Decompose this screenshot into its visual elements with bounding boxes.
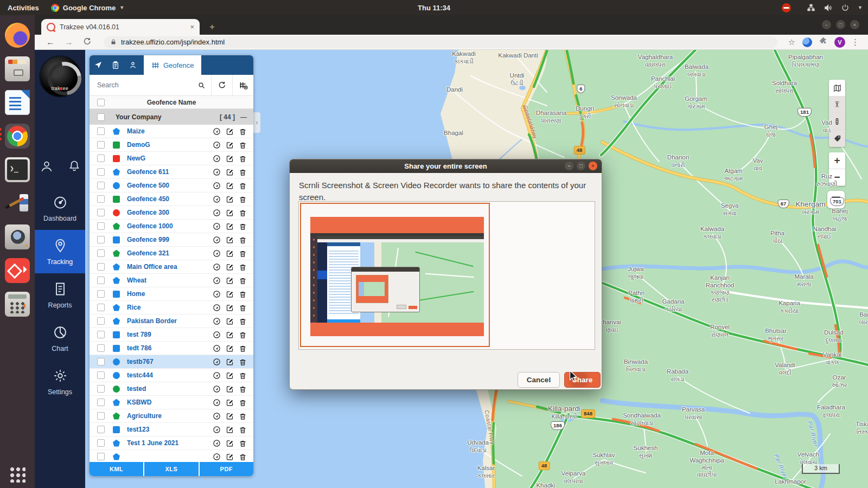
file-manager-icon[interactable] bbox=[5, 56, 30, 81]
refresh-button[interactable] bbox=[211, 75, 232, 95]
locate-icon[interactable] bbox=[213, 236, 221, 244]
geofence-row[interactable]: Rice bbox=[90, 301, 253, 314]
locate-icon[interactable] bbox=[213, 331, 221, 339]
edit-icon[interactable] bbox=[226, 371, 234, 380]
locate-icon[interactable] bbox=[213, 263, 221, 271]
edit-icon[interactable] bbox=[226, 290, 234, 298]
tab-poi[interactable] bbox=[124, 55, 142, 75]
edit-icon[interactable] bbox=[226, 277, 234, 285]
back-button[interactable]: ← bbox=[46, 37, 55, 47]
edit-icon[interactable] bbox=[226, 426, 234, 434]
extension-icon[interactable] bbox=[802, 37, 812, 47]
row-checkbox[interactable] bbox=[97, 426, 105, 433]
show-applications-icon[interactable] bbox=[9, 466, 25, 483]
kml-button[interactable]: KML bbox=[90, 462, 143, 476]
locate-icon[interactable] bbox=[213, 209, 221, 217]
geofence-row[interactable]: testc444 bbox=[90, 369, 253, 382]
dialog-minimize-button[interactable]: − bbox=[565, 162, 573, 170]
dialog-maximize-button[interactable]: □ bbox=[577, 162, 585, 170]
screen-thumbnail-cell[interactable] bbox=[300, 203, 490, 347]
paint-tool-icon[interactable] bbox=[5, 191, 30, 216]
delete-icon[interactable] bbox=[239, 290, 247, 298]
libreoffice-writer-icon[interactable] bbox=[5, 90, 30, 115]
zoom-in-button[interactable]: + bbox=[829, 152, 845, 169]
locate-icon[interactable] bbox=[213, 399, 221, 407]
row-checkbox[interactable] bbox=[97, 168, 105, 176]
edit-icon[interactable] bbox=[226, 399, 234, 407]
dialog-close-button[interactable]: × bbox=[589, 162, 597, 170]
row-checkbox[interactable] bbox=[97, 344, 105, 352]
cancel-button[interactable]: Cancel bbox=[518, 372, 560, 388]
delete-icon[interactable] bbox=[239, 182, 247, 190]
clock[interactable]: Thu 11:34 bbox=[418, 0, 450, 15]
delete-icon[interactable] bbox=[239, 344, 247, 352]
edit-icon[interactable] bbox=[226, 222, 234, 230]
dialog-title-bar[interactable]: Share your entire screen − □ × bbox=[290, 159, 602, 173]
delete-icon[interactable] bbox=[239, 263, 247, 271]
system-menu-chevron-icon[interactable]: ▼ bbox=[858, 5, 863, 10]
map-type-button[interactable] bbox=[829, 80, 845, 97]
tab-close-icon[interactable]: × bbox=[190, 23, 194, 31]
row-checkbox[interactable] bbox=[97, 399, 105, 406]
tab-geofence[interactable]: Geofence bbox=[144, 55, 201, 75]
geofence-row[interactable]: Main Office area bbox=[90, 260, 253, 274]
edit-icon[interactable] bbox=[226, 249, 234, 258]
locate-icon[interactable] bbox=[213, 385, 221, 393]
power-icon[interactable] bbox=[841, 3, 850, 12]
delete-icon[interactable] bbox=[239, 426, 247, 434]
delete-icon[interactable] bbox=[239, 127, 247, 136]
edit-icon[interactable] bbox=[226, 439, 234, 447]
edit-icon[interactable] bbox=[226, 453, 234, 461]
delete-icon[interactable] bbox=[239, 195, 247, 203]
locate-icon[interactable] bbox=[213, 155, 221, 163]
edit-icon[interactable] bbox=[226, 155, 234, 163]
edit-icon[interactable] bbox=[226, 127, 234, 136]
user-icon[interactable] bbox=[40, 159, 54, 174]
locate-icon[interactable] bbox=[213, 249, 221, 258]
row-checkbox[interactable] bbox=[97, 317, 105, 325]
geofence-row[interactable]: tedt 786 bbox=[90, 342, 253, 355]
geofence-row[interactable]: Agriculture bbox=[90, 409, 253, 423]
row-checkbox[interactable] bbox=[97, 331, 105, 338]
tab-jobs[interactable] bbox=[107, 55, 124, 75]
sidebar-item-settings[interactable]: Settings bbox=[35, 360, 85, 403]
locate-icon[interactable] bbox=[213, 412, 221, 420]
firefox-icon[interactable] bbox=[5, 23, 30, 48]
delete-icon[interactable] bbox=[239, 385, 247, 393]
edit-icon[interactable] bbox=[226, 304, 234, 312]
forward-button[interactable]: → bbox=[65, 37, 73, 47]
locate-icon[interactable] bbox=[213, 371, 221, 380]
geofence-row[interactable]: Geofence 500 bbox=[90, 179, 253, 192]
edit-icon[interactable] bbox=[226, 385, 234, 393]
row-checkbox[interactable] bbox=[97, 263, 105, 271]
delete-icon[interactable] bbox=[239, 331, 247, 339]
delete-icon[interactable] bbox=[239, 209, 247, 217]
anydesk-icon[interactable] bbox=[5, 258, 30, 283]
notifications-bell-icon[interactable] bbox=[68, 159, 81, 172]
row-checkbox[interactable] bbox=[97, 277, 105, 284]
sidebar-item-chart[interactable]: Chart bbox=[35, 317, 85, 360]
geofence-row[interactable]: Geofence 611 bbox=[90, 165, 253, 179]
row-checkbox[interactable] bbox=[97, 141, 105, 149]
edit-icon[interactable] bbox=[226, 209, 234, 217]
sidebar-item-dashboard[interactable]: Dashboard bbox=[35, 187, 85, 230]
geofence-row[interactable]: NewG bbox=[90, 152, 253, 165]
browser-profile-avatar[interactable]: V bbox=[834, 37, 845, 48]
collapse-group-icon[interactable]: — bbox=[240, 113, 247, 121]
row-checkbox[interactable] bbox=[97, 249, 105, 257]
tab-tracking[interactable] bbox=[90, 55, 107, 75]
calculator-icon[interactable] bbox=[5, 292, 30, 317]
panel-collapse-handle[interactable]: ‹ bbox=[253, 112, 260, 133]
locate-icon[interactable] bbox=[213, 182, 221, 190]
locate-icon[interactable] bbox=[213, 277, 221, 285]
geofence-row[interactable]: tested bbox=[90, 382, 253, 396]
locate-icon[interactable] bbox=[213, 290, 221, 298]
locate-icon[interactable] bbox=[213, 168, 221, 176]
browser-menu-icon[interactable]: ⋮ bbox=[851, 37, 859, 47]
xls-button[interactable]: XLS bbox=[144, 462, 198, 476]
edit-icon[interactable] bbox=[226, 358, 234, 366]
edit-icon[interactable] bbox=[226, 331, 234, 339]
row-checkbox[interactable] bbox=[97, 304, 105, 311]
locate-icon[interactable] bbox=[213, 426, 221, 434]
geofence-row[interactable]: test 789 bbox=[90, 328, 253, 342]
